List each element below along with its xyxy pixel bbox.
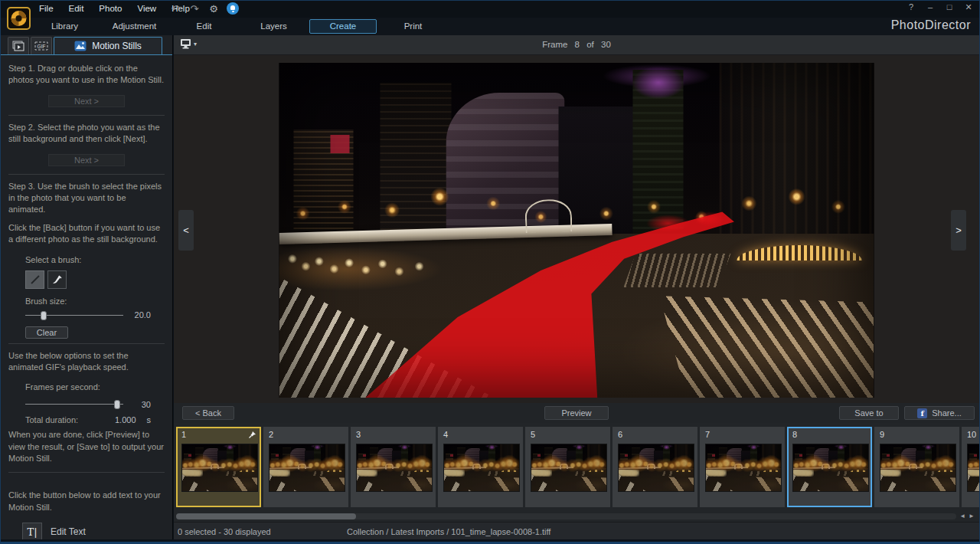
brush-tool-button[interactable] <box>25 270 44 289</box>
fps-row: 30 <box>25 399 165 409</box>
fps-label: Frames per second: <box>25 382 165 392</box>
maximize-button[interactable]: □ <box>945 2 954 12</box>
night-cityscape-photo <box>182 444 257 491</box>
slideshow-icon <box>12 41 24 51</box>
filmstrip-thumbnail-2[interactable]: 2 <box>263 427 348 507</box>
slider-track[interactable] <box>25 315 123 316</box>
notification-icon[interactable] <box>227 2 239 15</box>
menu-view[interactable]: View <box>137 4 156 13</box>
photo-vignette <box>968 444 979 491</box>
filmstrip-thumbnail-6[interactable]: 6 <box>612 427 697 507</box>
edit-text-row: T| Edit Text <box>22 523 165 539</box>
duration-unit: s <box>147 415 152 424</box>
thumbnail-image[interactable] <box>181 444 258 492</box>
step2-text: Step 2. Select the photo you want as the… <box>8 122 165 146</box>
night-cityscape-photo <box>279 63 874 398</box>
status-bar: 0 selected - 30 displayed Collection / L… <box>174 522 979 539</box>
thumbnail-image[interactable] <box>531 444 607 492</box>
photo-vignette <box>270 444 345 491</box>
pin-icon <box>248 431 256 439</box>
filmstrip-thumbnail-1[interactable]: 1 <box>176 427 261 507</box>
selection-status: 0 selected - 30 displayed <box>178 527 271 536</box>
tab-edit[interactable]: Edit <box>169 18 239 35</box>
tab-create[interactable]: Create <box>309 19 377 34</box>
filmstrip-thumbnail-3[interactable]: 3 <box>351 427 436 507</box>
thumbnail-image[interactable] <box>443 444 520 492</box>
gear-icon[interactable]: ⚙ <box>207 3 220 15</box>
next-frame-button[interactable]: > <box>951 210 966 251</box>
gif-speed-text: Use the below options to set the animate… <box>8 350 165 374</box>
step2-next-button[interactable]: Next > <box>48 154 125 166</box>
separator <box>8 174 165 175</box>
filmstrip-thumbnail-7[interactable]: 7 <box>700 427 785 507</box>
thumbnail-number: 8 <box>792 430 797 439</box>
redo-icon[interactable]: ↷ <box>188 3 201 15</box>
scroll-right-icon[interactable]: ► <box>969 513 975 519</box>
tab-adjustment[interactable]: Adjustment <box>100 18 169 35</box>
thumbnail-image[interactable] <box>705 444 782 492</box>
edit-text-label[interactable]: Edit Text <box>51 526 86 537</box>
photo-vignette <box>444 444 519 491</box>
share-button[interactable]: f Share... <box>904 406 975 420</box>
mode-tab-row: Library Adjustment Edit Layers Create Pr… <box>1 18 979 35</box>
filmstrip-thumbnail-9[interactable]: 9 <box>874 427 959 507</box>
scrollbar-track[interactable] <box>176 513 956 519</box>
photo-vignette <box>279 63 874 398</box>
scrollbar-thumb[interactable] <box>176 513 356 519</box>
brush-size-value: 20.0 <box>135 310 151 320</box>
slider-track[interactable] <box>25 404 123 405</box>
slider-handle[interactable] <box>114 400 120 409</box>
close-button[interactable]: ✕ <box>964 2 973 12</box>
filmstrip-thumbnail-4[interactable]: 4 <box>438 427 523 507</box>
thumbnail-image[interactable] <box>880 444 956 492</box>
quick-icons: ↶ ↷ ⚙ <box>169 2 239 15</box>
preview-button[interactable]: Preview <box>544 406 609 420</box>
thumbnail-image[interactable] <box>792 444 869 492</box>
filmstrip-thumbnail-5[interactable]: 5 <box>525 427 610 507</box>
minimize-button[interactable]: – <box>926 2 935 12</box>
thumbnail-image[interactable] <box>618 444 694 492</box>
menu-photo[interactable]: Photo <box>99 4 122 13</box>
tab-motion-stills[interactable]: Motion Stills <box>54 37 162 54</box>
menu-file[interactable]: File <box>39 4 54 13</box>
night-cityscape-photo <box>531 444 606 491</box>
tab-layers[interactable]: Layers <box>239 18 309 35</box>
previous-frame-button[interactable]: < <box>178 210 194 251</box>
slider-handle[interactable] <box>41 311 47 320</box>
thumbnail-number: 9 <box>880 430 884 439</box>
help-button[interactable]: ? <box>906 2 916 12</box>
step1-next-button[interactable]: Next > <box>48 95 125 107</box>
thumbnail-image[interactable] <box>269 444 345 492</box>
night-cityscape-photo <box>357 444 432 491</box>
step3-back-hint: Click the [Back] button if you want to u… <box>8 222 165 246</box>
filmstrip-thumbnail-10[interactable]: 10 <box>962 427 979 507</box>
tab-gif[interactable]: GIF <box>31 37 52 54</box>
menu-edit[interactable]: Edit <box>69 4 84 13</box>
scroll-left-icon[interactable]: ◄ <box>959 513 965 519</box>
main-photo-canvas[interactable] <box>279 63 874 398</box>
viewer-canvas: < > <box>174 55 979 403</box>
undo-icon[interactable]: ↶ <box>169 3 181 15</box>
thumbnail-image[interactable] <box>967 444 979 492</box>
brush-buttons <box>25 270 165 289</box>
save-to-button[interactable]: Save to <box>839 406 899 420</box>
eraser-brush-button[interactable] <box>47 270 67 289</box>
svg-text:GIF: GIF <box>38 44 46 49</box>
tab-print[interactable]: Print <box>378 18 448 35</box>
thumbnail-number: 1 <box>181 430 186 439</box>
photo-vignette <box>880 444 956 491</box>
brush-size-slider[interactable] <box>25 310 123 320</box>
tab-video-slideshow[interactable] <box>8 37 29 54</box>
photo-vignette <box>793 444 868 491</box>
sidebar-tabs: GIF Motion Stills <box>1 35 172 54</box>
text-tool-icon[interactable]: T| <box>22 523 42 539</box>
frame-total: 30 <box>601 40 611 49</box>
clear-button[interactable]: Clear <box>25 326 68 339</box>
fps-slider[interactable] <box>25 399 123 409</box>
thumbnail-image[interactable] <box>356 444 433 492</box>
filmstrip-thumbnail-8[interactable]: 8 <box>787 427 872 507</box>
tab-library[interactable]: Library <box>30 18 100 35</box>
step1-text: Step 1. Drag or double click on the phot… <box>8 63 165 87</box>
back-button[interactable]: < Back <box>182 406 234 420</box>
step3-text: Step 3. Use the brush to select the pixe… <box>8 181 165 216</box>
